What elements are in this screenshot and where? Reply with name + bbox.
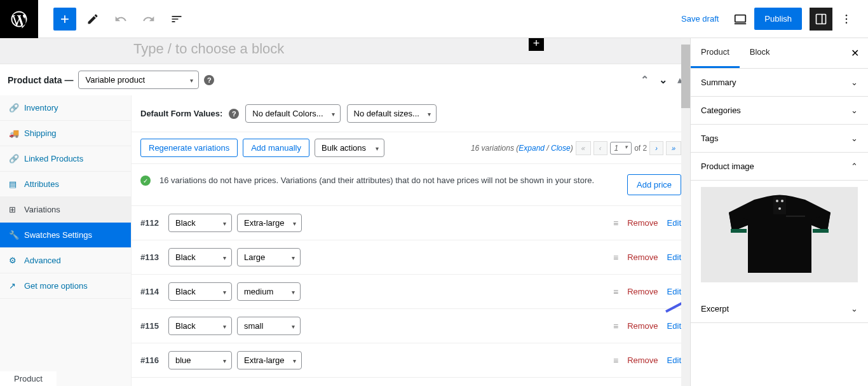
edit-link[interactable]: Edit bbox=[667, 355, 681, 365]
link-icon: 🔗 bbox=[9, 154, 18, 163]
document-outline-button[interactable] bbox=[165, 8, 188, 31]
remove-link[interactable]: Remove bbox=[627, 355, 658, 365]
svg-rect-0 bbox=[735, 15, 746, 22]
panel-down-icon[interactable]: ⌄ bbox=[659, 74, 667, 86]
svg-point-4 bbox=[846, 14, 848, 16]
variation-size-select[interactable]: small bbox=[237, 317, 301, 335]
variation-color-select[interactable]: Black bbox=[168, 282, 232, 301]
product-image-preview[interactable] bbox=[691, 181, 868, 295]
variation-color-select[interactable]: blue bbox=[168, 351, 232, 369]
variation-id: #116 bbox=[140, 355, 163, 365]
svg-point-6 bbox=[846, 22, 848, 24]
bulk-actions-select[interactable]: Bulk actions bbox=[315, 139, 384, 157]
panel-up-icon[interactable]: ⌃ bbox=[641, 74, 649, 86]
add-manually-button[interactable]: Add manually bbox=[243, 139, 309, 157]
list-icon: ▤ bbox=[9, 179, 18, 189]
drag-handle-icon[interactable]: ≡ bbox=[613, 355, 618, 366]
variation-size-select[interactable]: Extra-large bbox=[237, 351, 302, 369]
drag-handle-icon[interactable]: ≡ bbox=[613, 218, 618, 228]
page-last-button[interactable]: » bbox=[666, 141, 681, 155]
tab-get-more-options[interactable]: ↗Get more options bbox=[0, 273, 131, 299]
drag-handle-icon[interactable]: ≡ bbox=[613, 252, 618, 263]
variations-count: 16 variations (Expand / Close) bbox=[471, 144, 573, 153]
grid-icon: ⊞ bbox=[9, 205, 18, 214]
page-prev-button[interactable]: ‹ bbox=[593, 141, 607, 155]
tab-product[interactable]: Product bbox=[691, 38, 740, 68]
variation-size-select[interactable]: Extra-large bbox=[237, 214, 302, 232]
tab-block[interactable]: Block bbox=[740, 38, 780, 68]
regenerate-variations-button[interactable]: Regenerate variations bbox=[140, 139, 238, 157]
help-icon[interactable]: ? bbox=[229, 109, 239, 119]
save-draft-button[interactable]: Save draft bbox=[674, 9, 726, 29]
add-price-button[interactable]: Add price bbox=[627, 174, 681, 195]
remove-link[interactable]: Remove bbox=[627, 321, 658, 331]
product-data-body: 🔗Inventory 🚚Shipping 🔗Linked Products ▤A… bbox=[0, 95, 690, 386]
panel-tags[interactable]: Tags⌄ bbox=[691, 125, 868, 153]
panel-controls: ⌃ ⌄ ▴ bbox=[641, 74, 682, 86]
variation-color-select[interactable]: Black bbox=[168, 248, 232, 266]
preview-button[interactable] bbox=[729, 8, 752, 31]
drag-handle-icon[interactable]: ≡ bbox=[613, 287, 618, 297]
page-first-button[interactable]: « bbox=[576, 141, 591, 155]
editor-area: Type / to choose a block + Product data … bbox=[0, 38, 690, 386]
price-notice: ✓ 16 variations do not have prices. Vari… bbox=[132, 164, 690, 206]
tab-swatches-settings[interactable]: 🔧Swatches Settings bbox=[0, 223, 131, 248]
more-options-button[interactable] bbox=[835, 8, 858, 31]
undo-button[interactable] bbox=[109, 8, 132, 31]
page-next-button[interactable]: › bbox=[649, 141, 663, 155]
close-link[interactable]: Close bbox=[551, 144, 571, 153]
tab-advanced[interactable]: ⚙Advanced bbox=[0, 248, 131, 273]
variation-size-select[interactable]: Large bbox=[237, 248, 301, 266]
page-select[interactable]: 1 bbox=[610, 142, 632, 155]
toolbar-left: + bbox=[38, 8, 188, 31]
add-block-inline-button[interactable]: + bbox=[529, 38, 544, 51]
variation-row[interactable]: #113 Black Large ≡ Remove Edit bbox=[132, 240, 690, 275]
wp-logo[interactable] bbox=[0, 0, 38, 38]
settings-sidebar-button[interactable] bbox=[810, 8, 832, 31]
edit-mode-button[interactable] bbox=[81, 8, 104, 31]
default-form-label: Default Form Values: bbox=[140, 109, 222, 118]
edit-link[interactable]: Edit bbox=[667, 321, 681, 331]
drag-handle-icon[interactable]: ≡ bbox=[613, 321, 618, 331]
sidebar-tabs: Product Block ✕ bbox=[691, 38, 868, 69]
chevron-down-icon: ⌄ bbox=[851, 134, 858, 143]
product-data-tabs: 🔗Inventory 🚚Shipping 🔗Linked Products ▤A… bbox=[0, 95, 132, 386]
remove-link[interactable]: Remove bbox=[627, 218, 658, 228]
edit-link[interactable]: Edit bbox=[667, 218, 681, 228]
tab-inventory[interactable]: 🔗Inventory bbox=[0, 95, 131, 121]
panel-categories[interactable]: Categories⌄ bbox=[691, 97, 868, 125]
panel-product-image[interactable]: Product image⌃ bbox=[691, 153, 868, 181]
variation-color-select[interactable]: Black bbox=[168, 317, 232, 335]
variation-size-select[interactable]: medium bbox=[237, 282, 301, 301]
external-icon: ↗ bbox=[9, 281, 18, 291]
tab-attributes[interactable]: ▤Attributes bbox=[0, 172, 131, 197]
default-sizes-select[interactable]: No default sizes... bbox=[347, 104, 437, 123]
truck-icon: 🚚 bbox=[9, 128, 18, 138]
panel-excerpt[interactable]: Excerpt⌄ bbox=[691, 295, 868, 323]
variation-row[interactable]: #112 Black Extra-large ≡ Remove Edit bbox=[132, 206, 690, 240]
edit-link[interactable]: Edit bbox=[667, 252, 681, 262]
redo-button[interactable] bbox=[137, 8, 160, 31]
chevron-up-icon: ⌃ bbox=[851, 162, 858, 171]
help-icon[interactable]: ? bbox=[204, 75, 214, 85]
variation-row[interactable]: #116 blue Extra-large ≡ Remove Edit bbox=[132, 343, 690, 378]
product-type-select[interactable]: Variable product bbox=[78, 71, 199, 89]
default-colors-select[interactable]: No default Colors... bbox=[245, 104, 340, 123]
edit-link[interactable]: Edit bbox=[667, 287, 681, 296]
tab-linked-products[interactable]: 🔗Linked Products bbox=[0, 146, 131, 172]
add-block-button[interactable]: + bbox=[53, 8, 76, 31]
variation-color-select[interactable]: Black bbox=[168, 214, 232, 232]
publish-button[interactable]: Publish bbox=[754, 8, 802, 30]
variation-row[interactable]: #114 Black medium ≡ Remove Edit bbox=[132, 275, 690, 309]
tab-shipping[interactable]: 🚚Shipping bbox=[0, 121, 131, 146]
product-data-label: Product data — bbox=[8, 75, 73, 85]
tab-variations[interactable]: ⊞Variations bbox=[0, 197, 131, 223]
svg-point-11 bbox=[776, 200, 778, 202]
expand-link[interactable]: Expand bbox=[519, 144, 545, 153]
block-hint[interactable]: Type / to choose a block + bbox=[0, 38, 690, 64]
variation-row[interactable]: #115 Black small ≡ Remove Edit bbox=[132, 309, 690, 343]
panel-summary[interactable]: Summary⌄ bbox=[691, 69, 868, 97]
remove-link[interactable]: Remove bbox=[627, 252, 658, 262]
close-sidebar-button[interactable]: ✕ bbox=[842, 38, 868, 68]
remove-link[interactable]: Remove bbox=[627, 287, 658, 296]
